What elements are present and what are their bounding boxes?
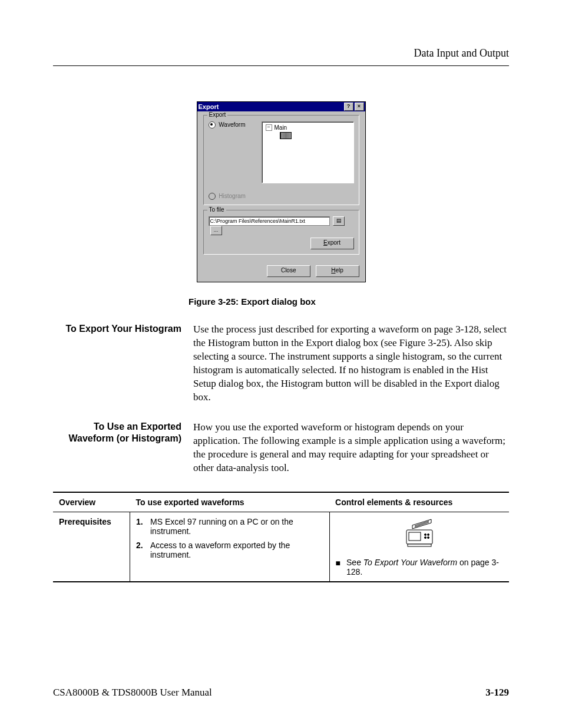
help-button[interactable]: Help (316, 265, 359, 277)
resource-text: See To Export Your Waveform on page 3-12… (346, 558, 503, 577)
filepath-input[interactable]: C:\Program Files\References\MainR1.txt (209, 216, 330, 226)
svg-point-4 (424, 533, 426, 535)
prereq-item-1: MS Excel 97 running on a PC or on the in… (150, 517, 323, 536)
section-heading-use-exported: To Use an Exported Waveform (or Histogra… (53, 421, 193, 475)
section-body-use-exported: How you use the exported waveform or his… (193, 421, 509, 475)
header-rule (53, 65, 509, 66)
export-button[interactable]: Export (310, 238, 354, 249)
svg-point-5 (427, 533, 429, 535)
keyboard-icon[interactable]: ▤ (333, 216, 345, 226)
row-label-prerequisites: Prerequisites (53, 512, 130, 582)
footer-page-number: 3-129 (485, 687, 509, 699)
section-body-histogram: Use the process just described for expor… (193, 323, 509, 404)
running-head: Data Input and Output (53, 47, 509, 60)
list-item: 1. MS Excel 97 running on a PC or on the… (136, 517, 323, 536)
close-button[interactable]: Close (267, 265, 310, 277)
list-item: 2. Access to a waveform exported by the … (136, 541, 323, 559)
tree-collapse-icon[interactable]: − (266, 124, 272, 131)
dialog-title: Export (199, 103, 219, 110)
waveform-radio-label: Waveform (219, 121, 245, 128)
histogram-radio-label: Histogram (219, 193, 246, 199)
svg-rect-3 (409, 532, 421, 541)
table-row: Prerequisites 1. MS Excel 97 running on … (53, 512, 509, 582)
histogram-radio[interactable] (209, 193, 216, 200)
instrument-icon (396, 517, 443, 549)
tree-root-label: Main (275, 124, 287, 131)
svg-rect-8 (408, 544, 431, 546)
bullet-icon: ■ (336, 558, 340, 568)
table-header-resources: Control elements & resources (329, 492, 509, 512)
section-heading-histogram: To Export Your Histogram (53, 323, 193, 404)
procedure-table: Overview To use exported waveforms Contr… (53, 492, 509, 582)
figure-caption: Figure 3-25: Export dialog box (189, 297, 509, 307)
table-header-overview: Overview (53, 492, 130, 512)
table-header-steps: To use exported waveforms (130, 492, 330, 512)
waveform-icon (280, 132, 292, 139)
tofile-groupbox: To file C:\Program Files\References\Main… (203, 210, 359, 255)
svg-point-7 (427, 536, 429, 538)
export-groupbox: Export Waveform − Main (203, 115, 359, 205)
svg-point-6 (424, 536, 426, 538)
export-group-legend: Export (207, 111, 228, 118)
help-icon[interactable]: ? (344, 103, 353, 111)
close-icon[interactable]: × (355, 103, 364, 111)
browse-button[interactable]: ... (210, 226, 222, 235)
export-dialog: Export ? × Export Waveform − (197, 101, 366, 282)
dialog-titlebar: Export ? × (197, 102, 365, 111)
footer-manual-title: CSA8000B & TDS8000B User Manual (53, 687, 212, 699)
source-tree[interactable]: − Main (262, 121, 354, 183)
tofile-group-legend: To file (207, 206, 226, 213)
waveform-radio[interactable] (209, 121, 216, 129)
prereq-item-2: Access to a waveform exported by the ins… (150, 541, 323, 559)
